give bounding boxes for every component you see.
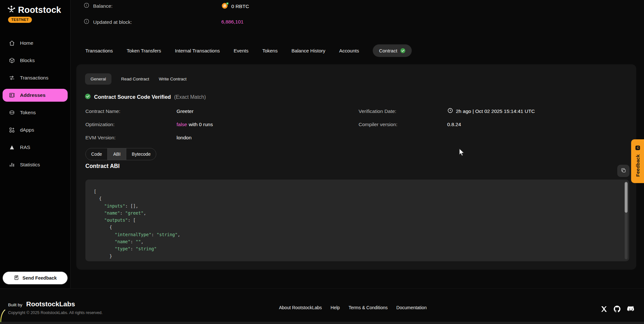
built-by-block: Built by RootstockLabs bbox=[8, 300, 75, 308]
tab-transactions[interactable]: Transactions bbox=[85, 48, 113, 53]
footer: Built by RootstockLabs Copyright © 2025 … bbox=[0, 288, 644, 322]
home-icon bbox=[9, 40, 15, 46]
tab-label: Accounts bbox=[339, 48, 359, 53]
code-scrollbar-thumb[interactable] bbox=[625, 182, 628, 213]
sidebar-item-blocks[interactable]: Blocks bbox=[3, 54, 68, 67]
footer-links: About RootstockLabsHelpTerms & Condition… bbox=[279, 305, 427, 310]
tab-accounts[interactable]: Accounts bbox=[339, 48, 359, 53]
abi-json: [ { "inputs": [], "name": "greet", "outp… bbox=[85, 180, 629, 261]
sidebar-item-transactions[interactable]: Transactions bbox=[3, 71, 68, 84]
toggle-abi[interactable]: ABI bbox=[108, 148, 126, 160]
updated-at-block-label-row: Updated at block: bbox=[84, 19, 132, 25]
contract-abi-heading: Contract ABI bbox=[85, 163, 120, 170]
rootstock-logo[interactable]: Rootstock bbox=[7, 5, 61, 15]
tab-label: Tokens bbox=[262, 48, 278, 53]
verification-date-value: 2h ago | Oct 02 2025 15:14:41 UTC bbox=[447, 107, 535, 115]
github-icon bbox=[613, 305, 621, 313]
tab-label: Contract bbox=[379, 48, 397, 53]
sidebar-item-tokens[interactable]: Tokens bbox=[3, 106, 68, 119]
tokens-icon bbox=[9, 109, 15, 116]
contract-verified-check-icon bbox=[400, 48, 406, 53]
contract-card: GeneralRead ContractWrite Contract Contr… bbox=[76, 64, 636, 270]
verification-date-label: Verification Date: bbox=[359, 108, 396, 114]
rbtc-coin-icon: B bbox=[221, 2, 229, 11]
copy-icon bbox=[621, 168, 626, 174]
footer-link-help[interactable]: Help bbox=[331, 305, 340, 310]
sidebar-item-ras[interactable]: RAS bbox=[3, 141, 68, 154]
corner-gradient-arc bbox=[0, 309, 6, 322]
verified-title: Contract Source Code Verified bbox=[94, 94, 171, 100]
sidebar-item-addresses[interactable]: Addresses bbox=[3, 89, 68, 102]
footer-link-about-rootstocklabs[interactable]: About RootstockLabs bbox=[279, 305, 322, 310]
x-icon bbox=[600, 305, 608, 313]
subtab-general[interactable]: General bbox=[85, 73, 111, 85]
feedback-chat-icon bbox=[635, 145, 640, 152]
contract-name-label: Contract Name: bbox=[85, 108, 120, 114]
tab-label: Internal Transactions bbox=[175, 48, 220, 53]
tab-balance-history[interactable]: Balance History bbox=[292, 48, 325, 53]
brand-name: Rootstock bbox=[18, 5, 61, 15]
tab-events[interactable]: Events bbox=[234, 48, 248, 53]
tab-token-transfers[interactable]: Token Transfers bbox=[127, 48, 161, 53]
copyright-text: Copyright © 2025 RootstockLabs. All righ… bbox=[8, 310, 102, 315]
social-link-discord[interactable] bbox=[627, 305, 635, 313]
balance-label: Balance: bbox=[93, 3, 112, 9]
optimization-value: false with 0 runs bbox=[177, 122, 213, 127]
contract-subtabs: GeneralRead ContractWrite Contract bbox=[85, 73, 187, 85]
sidebar: Rootstock TESTNET HomeBlocksTransactions… bbox=[0, 0, 71, 288]
updated-block-link[interactable]: 6,886,101 bbox=[221, 19, 244, 25]
sidebar-item-dapps[interactable]: dApps bbox=[3, 124, 68, 136]
info-icon bbox=[84, 19, 89, 25]
evm-version-value: london bbox=[177, 135, 192, 141]
toggle-bytecode[interactable]: Bytecode bbox=[126, 148, 156, 160]
edit-note-icon bbox=[14, 275, 19, 282]
optimization-label: Optimization: bbox=[85, 122, 114, 127]
rootstocklabs-wordmark[interactable]: RootstockLabs bbox=[26, 300, 75, 308]
footer-link-documentation[interactable]: Documentation bbox=[396, 305, 427, 310]
compiler-version-label: Compiler version: bbox=[359, 122, 398, 127]
code-view-toggle: CodeABIBytecode bbox=[85, 148, 156, 160]
subtab-read-contract[interactable]: Read Contract bbox=[121, 77, 149, 81]
footer-link-terms-conditions[interactable]: Terms & Conditions bbox=[349, 305, 388, 310]
sidebar-item-home[interactable]: Home bbox=[3, 37, 68, 50]
discord-icon bbox=[627, 305, 635, 313]
transactions-icon bbox=[9, 75, 15, 81]
built-by-label: Built by bbox=[8, 302, 22, 307]
balance-label-row: Balance: bbox=[84, 3, 112, 9]
sidebar-item-label: Tokens bbox=[20, 110, 36, 116]
sidebar-item-label: RAS bbox=[20, 144, 30, 150]
clock-icon bbox=[447, 107, 453, 115]
verified-row: Contract Source Code Verified (Exact Mat… bbox=[85, 93, 206, 101]
tab-contract[interactable]: Contract bbox=[373, 44, 412, 57]
dapps-icon bbox=[9, 127, 15, 133]
bottom-strip bbox=[0, 322, 644, 324]
svg-text:B: B bbox=[224, 4, 226, 8]
sidebar-item-label: Home bbox=[20, 40, 33, 46]
address-tabs: TransactionsToken TransfersInternal Tran… bbox=[85, 43, 412, 58]
updated-at-block-label: Updated at block: bbox=[93, 19, 132, 25]
social-link-x[interactable] bbox=[600, 305, 608, 313]
statistics-icon bbox=[9, 162, 15, 168]
testnet-badge: TESTNET bbox=[8, 17, 32, 23]
send-feedback-button[interactable]: Send Feedback bbox=[3, 272, 68, 284]
sidebar-item-label: Transactions bbox=[20, 75, 48, 81]
sidebar-nav: HomeBlocksTransactionsAddressesTokensdAp… bbox=[3, 37, 68, 176]
sidebar-item-label: Statistics bbox=[20, 162, 40, 168]
toggle-code[interactable]: Code bbox=[86, 148, 108, 160]
sidebar-item-statistics[interactable]: Statistics bbox=[3, 158, 68, 171]
info-icon bbox=[84, 3, 89, 9]
tab-tokens[interactable]: Tokens bbox=[262, 48, 278, 53]
tab-internal-transactions[interactable]: Internal Transactions bbox=[175, 48, 220, 53]
contract-name-value: Greeter bbox=[177, 108, 194, 114]
abi-code-block[interactable]: [ { "inputs": [], "name": "greet", "outp… bbox=[85, 180, 629, 261]
copy-abi-button[interactable] bbox=[617, 165, 630, 177]
feedback-side-tab[interactable]: Feedback bbox=[631, 139, 644, 183]
social-links bbox=[600, 305, 635, 313]
balance-value: B 0 RBTC bbox=[221, 2, 249, 11]
tab-label: Balance History bbox=[292, 48, 325, 53]
app-root: Rootstock TESTNET HomeBlocksTransactions… bbox=[0, 0, 644, 324]
social-link-github[interactable] bbox=[613, 305, 621, 313]
evm-version-label: EVM Version: bbox=[85, 135, 116, 141]
subtab-write-contract[interactable]: Write Contract bbox=[159, 77, 187, 81]
verified-check-icon bbox=[85, 93, 91, 101]
